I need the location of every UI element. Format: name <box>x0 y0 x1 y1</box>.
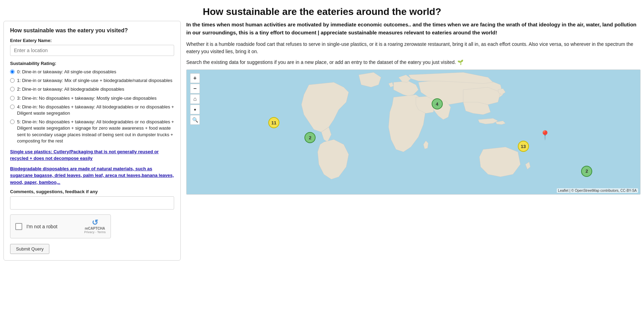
captcha-privacy[interactable]: Privacy <box>84 230 95 234</box>
captcha-checkbox[interactable] <box>15 223 22 230</box>
rating-label-2: 2: Dine-in or takeaway: All biodegradabl… <box>17 86 124 92</box>
cluster-cluster-2-aus[interactable]: 2 <box>581 166 592 177</box>
rating-label-3: 3: Dine-in: No disposables + takeaway: M… <box>17 95 156 101</box>
info-link-2[interactable]: Biodegradable disposables are made of na… <box>10 165 174 186</box>
rating-item-5: 5: Dine-in: No disposables + takeaway: A… <box>10 119 174 144</box>
rating-radio-1[interactable] <box>10 78 15 83</box>
sub-description: Whether it is a humble roadside food car… <box>186 41 641 55</box>
search-description: Search the existing data for suggestions… <box>186 59 641 66</box>
comments-label: Comments, suggestions, feedback if any <box>10 189 174 194</box>
zoom-out-button[interactable]: − <box>190 84 200 93</box>
form-heading: How sustainable was the eatery you visit… <box>10 27 174 34</box>
rating-item-4: 4: Dine-in: No disposables + takeaway: A… <box>10 104 174 116</box>
captcha-text: I'm not a robot <box>26 224 57 229</box>
rating-item-0: 0: Dine-in or takeaway: All single-use d… <box>10 69 174 75</box>
captcha-terms[interactable]: Terms <box>97 230 106 234</box>
recaptcha-logo: ↺ <box>92 219 98 227</box>
eatery-name-input[interactable] <box>10 45 174 56</box>
rating-item-2: 2: Dine-in or takeaway: All biodegradabl… <box>10 86 174 92</box>
rating-item-1: 1: Dine-in or takeaway: Mix of single-us… <box>10 77 174 84</box>
captcha-links: Privacy - Terms <box>84 230 106 234</box>
left-panel: How sustainable was the eatery you visit… <box>3 21 181 261</box>
rating-label-5: 5: Dine-in: No disposables + takeaway: A… <box>17 119 174 144</box>
pin-marker-1[interactable]: 📍 <box>539 130 551 141</box>
ratings-group: 0: Dine-in or takeaway: All single-use d… <box>10 69 174 144</box>
map-attribution: Leaflet | © OpenStreetMap contributors, … <box>557 188 638 193</box>
map-controls: + − ⌂ ● 🔍 <box>190 73 200 125</box>
rating-radio-5[interactable] <box>10 120 15 124</box>
search-button[interactable]: 🔍 <box>190 115 200 125</box>
captcha-box: I'm not a robot ↺ reCAPTCHA Privacy - Te… <box>10 214 111 238</box>
rating-label-4: 4: Dine-in: No disposables + takeaway: A… <box>17 104 174 116</box>
osm-attribution: © OpenStreetMap contributors, CC-BY-SA <box>571 189 637 192</box>
recaptcha-brand: reCAPTCHA <box>85 227 105 230</box>
rating-label-0: 0: Dine-in or takeaway: All single-use d… <box>17 69 116 75</box>
world-map[interactable]: + − ⌂ ● 🔍 1124132 📍 Leaflet | © OpenStre… <box>186 69 641 195</box>
locate-button[interactable]: ● <box>190 105 200 114</box>
eatery-name-label: Enter Eatery Name: <box>10 38 174 43</box>
main-description: In the times when most human activities … <box>186 21 641 36</box>
home-button[interactable]: ⌂ <box>190 94 200 104</box>
rating-item-3: 3: Dine-in: No disposables + takeaway: M… <box>10 95 174 101</box>
page-title: How sustainable are the eateries around … <box>0 0 644 21</box>
comments-input[interactable] <box>10 196 174 210</box>
zoom-in-button[interactable]: + <box>190 73 200 83</box>
right-panel: In the times when most human activities … <box>186 21 641 261</box>
rating-radio-3[interactable] <box>10 96 15 100</box>
cluster-cluster-13[interactable]: 13 <box>518 141 529 152</box>
cluster-cluster-11[interactable]: 11 <box>268 117 279 128</box>
info-link-1[interactable]: Single use plastics: Cutlery/Packaging t… <box>10 148 174 162</box>
submit-button[interactable]: Submit Query <box>10 244 49 254</box>
sustainability-label: Sustainability Rating: <box>10 61 174 66</box>
rating-radio-4[interactable] <box>10 105 15 109</box>
leaflet-link[interactable]: Leaflet <box>558 189 569 192</box>
rating-radio-2[interactable] <box>10 87 15 91</box>
map-svg <box>187 70 640 194</box>
cluster-cluster-4[interactable]: 4 <box>432 98 443 109</box>
rating-label-1: 1: Dine-in or takeaway: Mix of single-us… <box>17 77 172 84</box>
rating-radio-0[interactable] <box>10 69 15 74</box>
